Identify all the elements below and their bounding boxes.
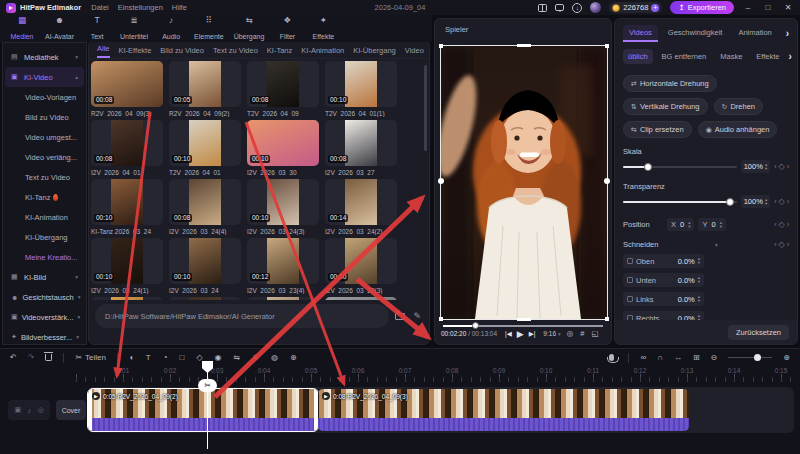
opacity-slider[interactable]	[623, 197, 737, 207]
media-tab-video[interactable]: Video	[405, 46, 424, 58]
fullscreen-icon[interactable]: ◱	[592, 329, 599, 338]
link-icon[interactable]: ∞	[640, 353, 646, 362]
vertikale-drehung-button[interactable]: ⇅Vertikale Drehung	[623, 98, 708, 115]
frame-export-icon[interactable]: ⊕	[290, 353, 297, 362]
user-avatar[interactable]	[590, 2, 601, 13]
fit-timeline-icon[interactable]: ⊞	[693, 353, 700, 362]
position-x-field[interactable]: X0▴▾	[667, 218, 694, 231]
ribbon-item-medien[interactable]: ▦Medien	[4, 15, 40, 43]
drehen-button[interactable]: ↻Drehen	[714, 98, 763, 115]
ribbon-item-untertitel[interactable]: ≣Untertitel	[115, 15, 153, 43]
crop-unten-field[interactable]: Unten0.0%▴▾	[623, 273, 704, 287]
zoom-in-icon[interactable]: ⊕	[783, 353, 790, 362]
timeline-ruler[interactable]: 0:010:020:030:040:050:060:070:080:090:10…	[0, 366, 800, 384]
sidebar-item-ki-übergang[interactable]: KI-Übergang	[3, 227, 86, 247]
grid-icon[interactable]: #	[580, 329, 584, 338]
velocity-icon[interactable]: ◉	[215, 353, 222, 362]
media-tab-ki-effekte[interactable]: KI-Effekte	[119, 46, 152, 58]
stepper[interactable]: ▴▾	[720, 221, 722, 229]
sidebar-group-gesichtstausch[interactable]: ☻Gesichtstausch▾	[5, 287, 84, 307]
media-tab-ki-tanz[interactable]: KI-Tanz	[267, 46, 292, 58]
stepper[interactable]: ▴▾	[698, 276, 700, 284]
stepper[interactable]: ▴▾	[688, 221, 690, 229]
media-scrollbar[interactable]	[424, 65, 427, 151]
previous-frame-button[interactable]: |◀	[505, 330, 512, 338]
ribbon-item-text[interactable]: TText	[79, 15, 115, 43]
media-item[interactable]: 00:08R2V_2026_04_09(3)	[91, 61, 167, 117]
sidebar-group-ki-bild[interactable]: ▦KI-Bild▾	[5, 267, 84, 287]
credits-badge[interactable]: 226768 +	[609, 2, 662, 13]
ribbon-item-übergang[interactable]: ⇆Übergang	[229, 15, 270, 43]
ribbon-item-audio[interactable]: ♪Audio	[153, 15, 189, 43]
clip-ersetzen-button[interactable]: ⇆Clip ersetzen	[623, 121, 692, 138]
opacity-value[interactable]: 100%▴▾	[741, 195, 770, 208]
subtab-bg-entfernen[interactable]: BG entfernen	[657, 49, 712, 64]
keyframe-icon[interactable]: ◇	[196, 353, 202, 362]
tab-animation[interactable]: Animation	[732, 25, 777, 42]
media-item[interactable]: 00:05R2V_2026_04_09(2)	[169, 61, 245, 117]
audio-anhängen-button[interactable]: ◉Audio anhängen	[698, 121, 778, 138]
cover-button[interactable]: Cover	[56, 400, 86, 420]
export-button[interactable]: ↥ Exportieren	[670, 1, 734, 14]
close-button[interactable]: ✕	[782, 3, 794, 12]
ribbon-item-ai-avatar[interactable]: ☻AI-Avatar	[40, 15, 79, 43]
sidebar-item-meine-kreatio[interactable]: Meine Kreatio...	[3, 247, 86, 267]
media-item[interactable]: 00:10I2V_2026_03_24	[169, 238, 245, 294]
redo-button[interactable]: ↷	[28, 353, 35, 362]
sidebar-item-video-verläng[interactable]: Video verläng...	[3, 147, 86, 167]
resize-handle-left[interactable]	[438, 178, 444, 184]
resize-handle[interactable]	[439, 44, 443, 48]
media-item[interactable]: 00:10KI-Tanz 2026_03_24	[91, 179, 167, 235]
media-item[interactable]: 00:08T2V_2026_04_09	[247, 61, 323, 117]
sidebar-group-bildverbesser[interactable]: ✦Bildverbesser...▾	[5, 327, 84, 345]
media-tab-text-zu-video[interactable]: Text zu Video	[213, 46, 258, 58]
media-item[interactable]: 00:08I2V_2026_03_24(4)	[169, 179, 245, 235]
audio-track-icon[interactable]: ♪	[28, 407, 32, 414]
media-item[interactable]: 00:10I2V_2026_03_23(3)	[325, 238, 401, 294]
resize-handle-right[interactable]	[604, 178, 610, 184]
media-tab-ki-animation[interactable]: KI-Animation	[301, 46, 344, 58]
stepper[interactable]: ▴▾	[765, 198, 767, 206]
stepper[interactable]: ▴▾	[698, 257, 700, 265]
media-path-input[interactable]: D:/HitPaw Software/HitPaw Edimakor/AI Ge…	[95, 304, 389, 328]
maximize-button[interactable]: □	[762, 3, 774, 12]
sidebar-item-video-vorlagen[interactable]: Video-Vorlagen	[3, 87, 86, 107]
scale-value[interactable]: 100%▴▾	[741, 160, 770, 173]
keyframe-next-icon[interactable]: ›	[787, 221, 789, 228]
horizontale-drehung-button[interactable]: ⇄Horizontale Drehung	[623, 75, 717, 92]
sidebar-item-ki-animation[interactable]: KI-Animation	[3, 207, 86, 227]
chroma-key-icon[interactable]: ◍	[271, 353, 278, 362]
keyframe-prev-icon[interactable]: ‹	[774, 198, 776, 205]
crop-icon[interactable]: □	[180, 353, 185, 362]
sidebar-item-video-umgest[interactable]: Video umgest...	[3, 127, 86, 147]
add-credits-icon[interactable]: +	[651, 4, 659, 12]
text-tool-icon[interactable]: T	[146, 353, 151, 362]
menu-datei[interactable]: Datei	[91, 3, 109, 12]
keyframe-next-icon[interactable]: ›	[787, 241, 789, 248]
undo-button[interactable]: ↶	[10, 353, 17, 362]
split-here-icon[interactable]: ✂	[198, 379, 217, 392]
media-item[interactable]: 00:10I2V_2026_03_24(3)	[247, 179, 323, 235]
keyframe-controls[interactable]: ‹◇›	[774, 220, 789, 229]
media-tab-ki-übergang[interactable]: KI-Übergang	[353, 46, 396, 58]
player-video-preview[interactable]	[441, 46, 607, 319]
tabs-overflow-icon[interactable]: ›	[786, 28, 789, 39]
media-item[interactable]: 00:10I2V_2026_03_30	[247, 120, 323, 176]
delete-icon[interactable]	[45, 354, 52, 361]
resize-handle[interactable]	[439, 317, 443, 321]
subtab-üblich[interactable]: üblich	[623, 49, 653, 64]
timeline-clip[interactable]: ▶0:08 R2V_2026_04_09(3)	[318, 389, 689, 431]
tab-videos[interactable]: Videos	[623, 25, 658, 42]
scale-slider[interactable]	[623, 162, 737, 172]
media-tab-alle[interactable]: Alle	[97, 44, 110, 58]
resize-handle[interactable]	[605, 317, 609, 321]
crop-links-field[interactable]: Links0.0%▴▾	[623, 292, 704, 306]
keyframe-controls[interactable]: ‹◇›	[774, 162, 789, 171]
voiceover-mic-icon[interactable]	[609, 354, 614, 361]
sidebar-group-videoverstärk[interactable]: ▣Videoverstärk...▾	[5, 307, 84, 327]
keyframe-prev-icon[interactable]: ‹	[774, 241, 776, 248]
next-frame-button[interactable]: ▶|	[529, 330, 536, 338]
keyframe-next-icon[interactable]: ›	[787, 198, 789, 205]
clip-trim-handle-left[interactable]	[88, 389, 92, 431]
zoom-out-icon[interactable]: ⊖	[711, 353, 718, 362]
